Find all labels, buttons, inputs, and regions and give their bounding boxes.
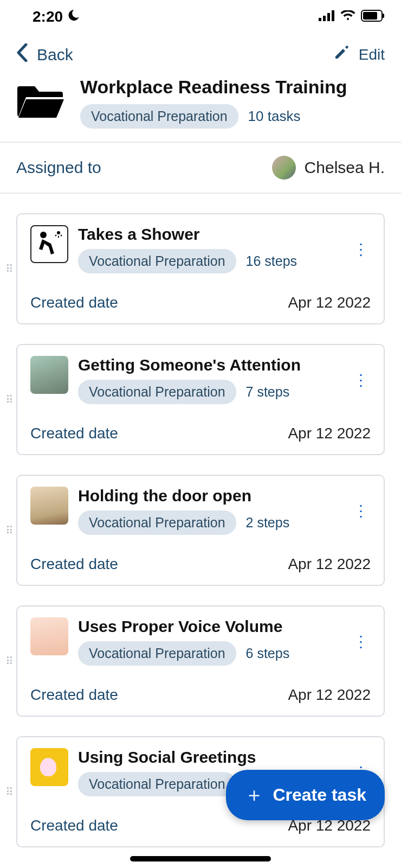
svg-rect-5 — [363, 12, 377, 20]
task-thumbnail — [30, 225, 68, 263]
task-thumbnail — [30, 356, 68, 394]
status-bar: 2:20 — [0, 0, 401, 33]
kebab-menu-icon[interactable]: ⋮ — [351, 505, 371, 517]
kebab-menu-icon[interactable]: ⋮ — [351, 244, 371, 256]
created-label: Created date — [30, 294, 118, 311]
svg-rect-3 — [332, 10, 334, 21]
battery-icon — [361, 10, 385, 24]
header-meta: Vocational Preparation 10 tasks — [80, 104, 385, 129]
task-card[interactable]: ⠿ Holding the door open Vocational Prepa… — [16, 475, 385, 586]
svg-rect-2 — [327, 13, 330, 21]
drag-handle-icon[interactable]: ⠿ — [5, 528, 14, 532]
kebab-menu-icon[interactable]: ⋮ — [351, 374, 371, 386]
task-chip: Vocational Preparation — [78, 510, 236, 535]
assigned-row[interactable]: Assigned to Chelsea H. — [0, 142, 401, 194]
drag-handle-icon[interactable]: ⠿ — [5, 267, 14, 271]
task-chip: Vocational Preparation — [78, 641, 236, 666]
drag-handle-icon[interactable]: ⠿ — [5, 398, 14, 401]
cellular-signal-icon — [319, 10, 335, 23]
created-date: Apr 12 2022 — [288, 425, 371, 442]
task-title: Takes a Shower — [78, 225, 341, 244]
do-not-disturb-icon — [67, 9, 80, 25]
task-steps: 6 steps — [246, 646, 290, 661]
task-title: Uses Proper Voice Volume — [78, 617, 341, 636]
category-chip: Vocational Preparation — [80, 104, 238, 129]
task-chip: Vocational Preparation — [78, 380, 236, 404]
page-title: Workplace Readiness Training — [80, 76, 385, 98]
kebab-menu-icon[interactable]: ⋮ — [351, 636, 371, 648]
edit-label: Edit — [359, 46, 385, 63]
svg-rect-1 — [323, 16, 326, 21]
svg-rect-0 — [319, 18, 321, 21]
created-label: Created date — [30, 817, 118, 834]
back-button[interactable]: Back — [16, 43, 73, 66]
header-content: Workplace Readiness Training Vocational … — [80, 76, 385, 129]
clock-text: 2:20 — [33, 8, 63, 25]
chevron-left-icon — [16, 43, 28, 66]
task-steps: 2 steps — [246, 515, 290, 531]
task-count: 10 tasks — [248, 108, 301, 125]
drag-handle-icon[interactable]: ⠿ — [5, 659, 14, 663]
task-card[interactable]: ⠿ Uses Proper Voice Volume Vocational Pr… — [16, 605, 385, 717]
wifi-icon — [340, 10, 355, 23]
status-icons — [319, 10, 385, 24]
task-list: ⠿ Takes a Shower Vocational Preparation … — [0, 194, 401, 847]
page-header: Workplace Readiness Training Vocational … — [0, 76, 401, 142]
assigned-user: Chelsea H. — [272, 156, 385, 180]
drag-handle-icon[interactable]: ⠿ — [5, 790, 14, 794]
created-date: Apr 12 2022 — [288, 686, 371, 704]
task-title: Getting Someone's Attention — [78, 356, 341, 374]
user-name: Chelsea H. — [305, 158, 385, 177]
edit-button[interactable]: Edit — [334, 45, 385, 64]
task-card[interactable]: ⠿ Getting Someone's Attention Vocational… — [16, 344, 385, 455]
task-steps: 16 steps — [246, 253, 297, 269]
create-task-button[interactable]: ＋ Create task — [226, 770, 385, 820]
created-date: Apr 12 2022 — [288, 556, 371, 573]
svg-point-8 — [57, 231, 60, 234]
plus-icon: ＋ — [244, 782, 264, 808]
fab-label: Create task — [273, 785, 366, 805]
task-card[interactable]: ⠿ Takes a Shower Vocational Preparation … — [16, 213, 385, 324]
back-label: Back — [37, 46, 73, 64]
created-label: Created date — [30, 556, 118, 573]
user-avatar — [272, 156, 296, 180]
task-steps: 7 steps — [246, 384, 290, 400]
created-date: Apr 12 2022 — [288, 294, 371, 311]
pencil-icon — [334, 45, 349, 64]
status-time: 2:20 — [33, 8, 80, 25]
task-title: Holding the door open — [78, 487, 341, 505]
task-thumbnail — [30, 617, 68, 655]
task-chip: Vocational Preparation — [78, 772, 236, 796]
task-thumbnail — [30, 748, 68, 786]
created-label: Created date — [30, 425, 118, 442]
svg-point-7 — [40, 232, 47, 238]
home-indicator[interactable] — [130, 856, 271, 861]
task-thumbnail — [30, 487, 68, 525]
folder-open-icon — [16, 80, 65, 120]
created-label: Created date — [30, 686, 118, 704]
svg-rect-6 — [383, 14, 384, 18]
assigned-label: Assigned to — [16, 158, 101, 177]
nav-bar: Back Edit — [0, 33, 401, 76]
task-title: Using Social Greetings — [78, 748, 341, 767]
task-chip: Vocational Preparation — [78, 249, 236, 273]
